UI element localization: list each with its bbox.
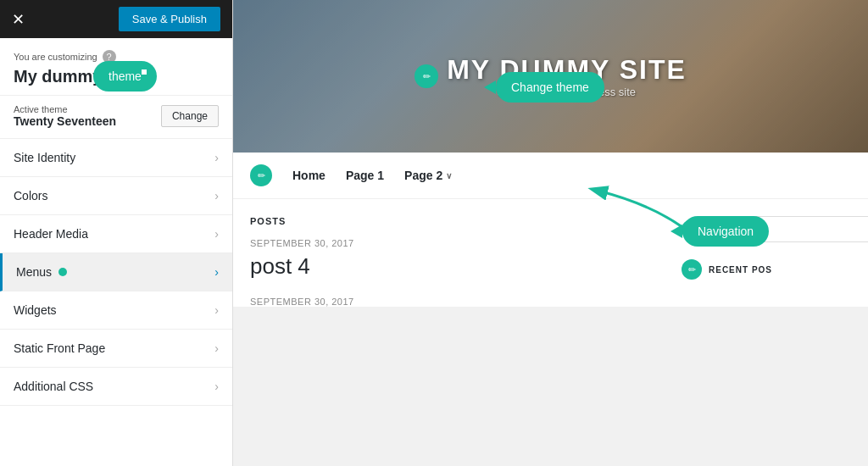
menu-item-header-media[interactable]: Header Media ›	[0, 215, 232, 253]
recent-posts-label: RECENT POS	[709, 265, 772, 275]
menu-item-label: Site Identity	[14, 151, 75, 164]
menu-item-widgets[interactable]: Widgets ›	[0, 291, 232, 330]
hero-area: ✏ MY DUMMY SITE Just another WordPress s…	[233, 0, 868, 153]
main-content: POSTS SEPTEMBER 30, 2017 post 4 SEPTEMBE…	[250, 216, 665, 307]
post1-title: post 4	[250, 253, 665, 280]
pencil-icon: ✏	[688, 264, 696, 275]
chevron-right-icon: ›	[214, 303, 219, 317]
menu-item-left: Menus	[16, 265, 67, 279]
hero-content: ✏ MY DUMMY SITE Just another WordPress s…	[415, 54, 687, 98]
hero-text-block: MY DUMMY SITE Just another WordPress sit…	[447, 54, 687, 98]
close-button[interactable]: ✕	[12, 12, 25, 27]
posts-section-label: POSTS	[250, 216, 665, 226]
menu-item-label: Static Front Page	[14, 341, 105, 355]
preview-panel: ✏ MY DUMMY SITE Just another WordPress s…	[233, 0, 868, 466]
recent-posts-edit-icon[interactable]: ✏	[682, 259, 702, 280]
menu-item-label: Colors	[14, 189, 47, 202]
post2-date: SEPTEMBER 30, 2017	[250, 297, 665, 307]
help-icon[interactable]: ?	[103, 50, 116, 64]
customizer-menu-list: Site Identity › Colors › Header Media › …	[0, 139, 232, 466]
menu-item-label: Menus	[16, 265, 52, 279]
nav-link-page2-label: Page 2	[404, 169, 442, 182]
menu-item-site-identity[interactable]: Site Identity ›	[0, 139, 232, 177]
menu-item-colors[interactable]: Colors ›	[0, 177, 232, 215]
chevron-right-icon: ›	[214, 151, 219, 164]
chevron-right-icon: ›	[214, 227, 219, 241]
customizing-label: You are customizing ?	[14, 50, 219, 64]
hero-edit-icon[interactable]: ✏	[415, 64, 438, 88]
customizing-text: You are customizing	[14, 52, 97, 62]
search-widget: ✏	[682, 216, 851, 242]
nav-bar: ✏ Home Page 1 Page 2 ∨	[233, 153, 868, 199]
menu-item-label: Additional CSS	[14, 380, 93, 393]
recent-posts-header: ✏ RECENT POS	[682, 259, 851, 280]
top-bar: ✕ Save & Publish	[0, 0, 232, 38]
menu-item-additional-css[interactable]: Additional CSS ›	[0, 368, 232, 406]
menu-active-dot[interactable]	[58, 268, 67, 276]
customizer-panel: ✕ Save & Publish You are customizing ? M…	[0, 0, 233, 466]
change-theme-button[interactable]: Change	[161, 105, 219, 127]
chevron-right-icon: ›	[214, 341, 219, 355]
active-theme-label: Active theme	[14, 104, 116, 114]
nav-edit-icon[interactable]: ✏	[250, 164, 272, 186]
theme-name: Twenty Seventeen	[14, 114, 116, 128]
chevron-right-icon: ›	[214, 380, 219, 393]
pencil-icon: ✏	[423, 71, 431, 82]
nav-link-page1[interactable]: Page 1	[346, 169, 384, 182]
menu-item-label: Header Media	[14, 227, 88, 241]
menu-item-menus[interactable]: Menus ›	[0, 253, 232, 291]
save-publish-button[interactable]: Save & Publish	[119, 7, 220, 31]
sidebar: ✏ ✏ RECENT POS	[682, 216, 851, 307]
search-row: ✏	[682, 216, 851, 242]
chevron-right-icon: ›	[214, 189, 219, 202]
pencil-icon: ✏	[258, 170, 265, 181]
nav-link-page2[interactable]: Page 2 ∨	[404, 169, 452, 182]
nav-link-home[interactable]: Home	[292, 169, 326, 182]
theme-info-section: Active theme Twenty Seventeen Change	[0, 96, 232, 139]
chevron-right-icon: ›	[214, 265, 219, 279]
sidebar-edit-icon[interactable]: ✏	[682, 219, 702, 240]
post1-date: SEPTEMBER 30, 2017	[250, 238, 665, 248]
theme-label-block: Active theme Twenty Seventeen	[14, 104, 116, 128]
content-area: POSTS SEPTEMBER 30, 2017 post 4 SEPTEMBE…	[233, 199, 868, 307]
site-name: My dummy site	[14, 67, 219, 86]
hero-title: MY DUMMY SITE	[447, 54, 687, 86]
hero-subtitle: Just another WordPress site	[447, 86, 687, 98]
pencil-icon: ✏	[688, 224, 696, 235]
site-info-section: You are customizing ? My dummy site	[0, 38, 232, 96]
chevron-down-icon: ∨	[446, 171, 452, 180]
menu-item-static-front-page[interactable]: Static Front Page ›	[0, 330, 232, 368]
menu-item-label: Widgets	[14, 303, 57, 317]
search-input[interactable]	[709, 216, 868, 242]
